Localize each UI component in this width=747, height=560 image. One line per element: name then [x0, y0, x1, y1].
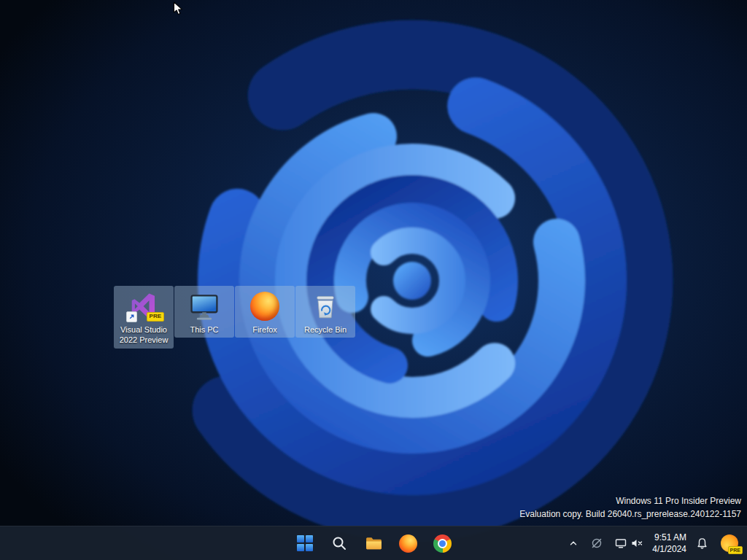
desktop-icon-label: Firefox: [252, 324, 277, 335]
watermark-line-2: Evaluation copy. Build 26040.rs_prerelea…: [519, 508, 741, 521]
chevron-up-icon: [568, 538, 578, 548]
system-tray: 9:51 AM 4/1/2024 PRE: [565, 526, 744, 560]
desktop[interactable]: PRE Visual Studio 2022 Preview This PC: [0, 0, 747, 560]
network-offline-button[interactable]: [588, 534, 605, 552]
shortcut-arrow-icon: [126, 311, 137, 322]
notification-button[interactable]: [693, 534, 711, 553]
firefox-icon: [249, 290, 281, 322]
wallpaper-bloom: [0, 0, 747, 560]
recycle-bin-icon: [309, 290, 341, 322]
windows-watermark: Windows 11 Pro Insider Preview Evaluatio…: [519, 495, 741, 521]
clock-time: 9:51 AM: [652, 532, 686, 543]
widgets-pre-button[interactable]: PRE: [718, 532, 741, 555]
display-icon: [615, 537, 627, 549]
desktop-icon-label: Visual Studio 2022 Preview: [116, 324, 171, 346]
desktop-icon-label: This PC: [190, 324, 218, 335]
notification-bell-icon: [696, 537, 708, 550]
taskbar: 9:51 AM 4/1/2024 PRE: [0, 526, 747, 560]
start-button[interactable]: [293, 531, 317, 556]
desktop-icon-recycle-bin[interactable]: Recycle Bin: [295, 286, 355, 338]
firefox-taskbar-button[interactable]: [395, 531, 420, 556]
desktop-icon-visual-studio[interactable]: PRE Visual Studio 2022 Preview: [114, 286, 174, 349]
pre-badge: PRE: [147, 312, 164, 322]
clock[interactable]: 9:51 AM 4/1/2024: [652, 532, 686, 555]
desktop-icon-firefox[interactable]: Firefox: [235, 286, 295, 338]
tray-pre-badge: PRE: [728, 546, 743, 554]
search-icon: [331, 535, 347, 551]
network-offline-icon: [591, 537, 603, 549]
clock-date: 4/1/2024: [652, 543, 686, 555]
chrome-icon: [433, 534, 452, 553]
desktop-icon-this-pc[interactable]: This PC: [174, 286, 234, 338]
search-button[interactable]: [327, 531, 352, 556]
taskbar-center-buttons: [293, 526, 454, 560]
visual-studio-icon: PRE: [128, 290, 160, 322]
firefox-icon: [399, 534, 417, 553]
watermark-line-1: Windows 11 Pro Insider Preview: [519, 495, 741, 508]
desktop-icon-grid: PRE Visual Studio 2022 Preview This PC: [114, 286, 356, 349]
tray-chevron-button[interactable]: [565, 535, 581, 551]
file-explorer-button[interactable]: [361, 531, 386, 556]
file-explorer-icon: [365, 534, 383, 553]
volume-muted-icon: [631, 537, 643, 549]
this-pc-icon: [188, 290, 220, 322]
widgets-weather-icon: PRE: [721, 534, 738, 552]
chrome-taskbar-button[interactable]: [430, 531, 454, 556]
quick-settings-button[interactable]: [612, 534, 646, 552]
windows-logo-icon: [296, 534, 314, 552]
desktop-icon-label: Recycle Bin: [304, 324, 347, 335]
